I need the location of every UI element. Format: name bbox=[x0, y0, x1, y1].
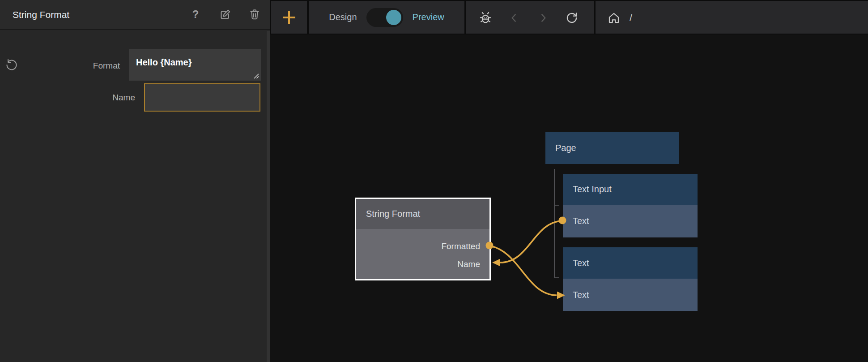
node-port-row-text[interactable]: Text bbox=[563, 205, 698, 237]
delete-node-button[interactable] bbox=[246, 6, 263, 23]
top-toolbar: Design Preview bbox=[270, 0, 868, 34]
toolbar-nav-section bbox=[466, 1, 594, 34]
properties-panel-header: String Format ? bbox=[0, 0, 270, 30]
app-root: Page Text Input Text Text Text String Fo… bbox=[0, 0, 868, 362]
reload-button[interactable] bbox=[563, 9, 580, 26]
trash-icon bbox=[249, 9, 260, 20]
design-preview-toggle[interactable] bbox=[366, 8, 403, 27]
name-field-input[interactable] bbox=[144, 83, 260, 112]
navigate-forward-button[interactable] bbox=[535, 9, 552, 26]
format-field-label: Format bbox=[57, 61, 120, 71]
format-field-textarea[interactable]: Hello {Name} bbox=[129, 49, 261, 81]
home-icon bbox=[607, 11, 621, 25]
help-button[interactable]: ? bbox=[187, 6, 204, 23]
node-title: String Format bbox=[356, 209, 420, 219]
node-header[interactable]: String Format bbox=[356, 199, 489, 229]
navigate-back-button[interactable] bbox=[506, 9, 523, 26]
debug-button[interactable] bbox=[477, 9, 494, 26]
edit-icon bbox=[219, 9, 231, 21]
chevron-left-icon bbox=[508, 12, 520, 24]
node-header[interactable]: Text bbox=[563, 247, 698, 279]
port-label: Text bbox=[563, 216, 589, 226]
node-port-row-text[interactable]: Text bbox=[563, 279, 698, 311]
reload-icon bbox=[565, 11, 579, 25]
properties-panel: String Format ? Format bbox=[0, 0, 270, 362]
toolbar-mode-section: Design Preview bbox=[309, 1, 464, 34]
home-button[interactable] bbox=[605, 9, 622, 26]
output-port-formatted[interactable]: Formatted bbox=[441, 237, 480, 255]
node-text[interactable]: Text Text bbox=[563, 247, 698, 311]
node-page[interactable]: Page bbox=[545, 132, 679, 164]
name-field-label: Name bbox=[72, 93, 135, 103]
toolbar-breadcrumb-section: / bbox=[596, 1, 868, 34]
reset-properties-button[interactable] bbox=[5, 59, 18, 72]
bug-icon bbox=[478, 10, 493, 26]
breadcrumb-root[interactable]: / bbox=[630, 1, 632, 34]
plus-icon bbox=[281, 9, 297, 26]
add-node-button[interactable] bbox=[281, 9, 297, 26]
node-title: Page bbox=[545, 143, 576, 153]
node-text-input[interactable]: Text Input Text bbox=[563, 174, 698, 237]
panel-title: String Format bbox=[13, 0, 69, 29]
input-port-name[interactable]: Name bbox=[457, 255, 480, 273]
edit-node-button[interactable] bbox=[217, 6, 234, 23]
node-string-format-selected[interactable]: String Format Formatted Name bbox=[355, 198, 491, 280]
preview-mode-label[interactable]: Preview bbox=[413, 12, 444, 22]
port-label: Text bbox=[563, 290, 589, 300]
design-mode-label[interactable]: Design bbox=[329, 12, 357, 22]
toolbar-add-section bbox=[271, 1, 307, 34]
chevron-right-icon bbox=[537, 12, 549, 24]
reset-rotate-ccw-icon bbox=[5, 59, 18, 71]
node-header[interactable]: Text Input bbox=[563, 174, 698, 205]
toggle-knob[interactable] bbox=[386, 10, 401, 25]
node-title: Text bbox=[563, 258, 589, 268]
sidebar-scrollbar[interactable] bbox=[267, 31, 270, 362]
help-icon: ? bbox=[192, 8, 199, 21]
node-title: Text Input bbox=[563, 184, 612, 194]
